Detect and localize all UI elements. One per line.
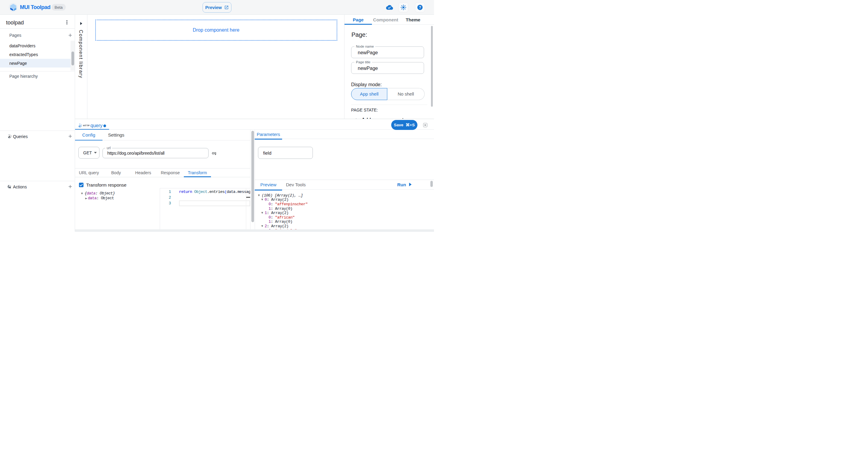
svg-text:?: ? bbox=[419, 5, 421, 10]
